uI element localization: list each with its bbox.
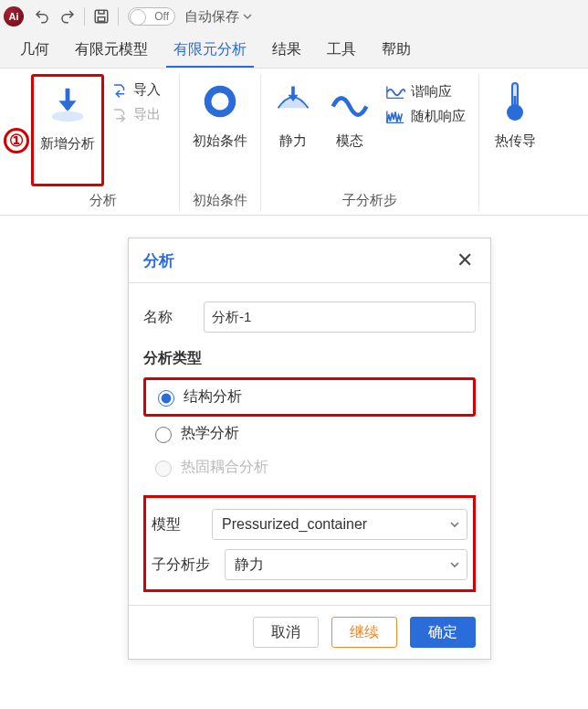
substep-label: 子分析步 (152, 556, 215, 575)
tab-results[interactable]: 结果 (259, 33, 314, 68)
radio-structural-label: 结构分析 (184, 387, 242, 407)
model-select-value: Pressurized_container (222, 516, 367, 533)
redo-button[interactable] (56, 5, 79, 28)
tab-help[interactable]: 帮助 (369, 33, 424, 68)
svg-rect-1 (98, 17, 105, 22)
svg-point-2 (52, 111, 84, 122)
autosave-toggle-text: Off (154, 10, 169, 23)
name-label: 名称 (143, 308, 194, 327)
export-button[interactable]: 导出 (106, 102, 172, 127)
radio-structural-input[interactable] (158, 390, 174, 407)
continue-button[interactable]: 继续 (331, 617, 397, 648)
initial-conditions-icon (198, 79, 242, 123)
tab-geometry[interactable]: 几何 (7, 33, 62, 68)
ribbon-group-analysis: 新增分析 导入 导出 分析 (4, 74, 180, 211)
save-button[interactable] (89, 5, 113, 28)
thermometer-icon (493, 79, 537, 123)
ribbon-group-substep: 静力 模态 谐响应 随机响应 子分 (261, 74, 479, 211)
continue-button-label: 继续 (350, 623, 379, 642)
substep-select-value: 静力 (235, 556, 264, 575)
random-icon (385, 109, 405, 125)
radio-thermal[interactable]: 热学分析 (143, 417, 476, 450)
ok-button-label: 确定 (428, 623, 457, 642)
svg-rect-6 (514, 96, 517, 109)
separator (118, 7, 119, 26)
ribbon-group-initial-conditions: 初始条件 初始条件 (180, 74, 261, 211)
harmonic-label: 谐响应 (411, 83, 452, 101)
chevron-down-icon (449, 559, 460, 570)
new-analysis-label: 新增分析 (40, 135, 95, 153)
static-label: 静力 (279, 132, 307, 150)
radio-thermal-struct: 热固耦合分析 (143, 450, 476, 484)
modal-label: 模态 (336, 132, 363, 150)
ribbon-group-analysis-label: 分析 (89, 186, 117, 211)
tab-fe-model[interactable]: 有限元模型 (62, 33, 161, 68)
new-analysis-icon (46, 82, 89, 126)
static-button[interactable]: 静力 (265, 74, 321, 186)
static-icon (271, 79, 315, 123)
random-label: 随机响应 (411, 108, 466, 125)
separator (84, 7, 85, 26)
import-button[interactable]: 导入 (106, 78, 172, 102)
menubar: 几何 有限元模型 有限元分析 结果 工具 帮助 (0, 31, 588, 68)
ok-button[interactable]: 确定 (410, 617, 476, 648)
tab-fe-analysis[interactable]: 有限元分析 (161, 33, 259, 68)
tab-label: 结果 (272, 41, 301, 57)
quick-access-toolbar: Ai Off 自动保存 (0, 0, 588, 31)
radio-thermal-input[interactable] (155, 427, 172, 443)
dialog-title: 分析 (143, 250, 174, 271)
tab-label: 工具 (327, 41, 356, 57)
export-label: 导出 (133, 106, 161, 123)
redo-icon (59, 8, 76, 25)
substep-select[interactable]: 静力 (225, 549, 467, 580)
annotation-marker-1: ① (4, 128, 29, 153)
dialog-close-button[interactable]: ✕ (454, 249, 476, 271)
model-label: 模型 (152, 515, 203, 534)
analysis-type-radio-group: 结构分析 热学分析 热固耦合分析 (143, 377, 476, 490)
new-analysis-button[interactable]: 新增分析 (31, 74, 104, 186)
radio-structural[interactable]: 结构分析 (143, 377, 476, 417)
radio-thermal-struct-label: 热固耦合分析 (181, 458, 268, 477)
cancel-button-label: 取消 (271, 623, 300, 642)
autosave-dropdown-caret[interactable] (243, 12, 254, 21)
svg-point-3 (208, 90, 233, 114)
modal-icon (328, 79, 372, 123)
cancel-button[interactable]: 取消 (253, 617, 319, 648)
radio-thermal-label: 热学分析 (181, 424, 239, 443)
tab-tools[interactable]: 工具 (314, 33, 369, 68)
heat-conduction-button[interactable]: 热传导 (483, 74, 547, 204)
dialog-footer: 取消 继续 确定 (129, 605, 490, 659)
tab-label: 有限元分析 (173, 41, 247, 57)
harmonic-icon (385, 84, 405, 101)
app-logo: Ai (4, 6, 24, 26)
modal-button[interactable]: 模态 (321, 74, 378, 186)
chevron-down-icon (243, 12, 252, 21)
analysis-dialog: 分析 ✕ 名称 分析类型 结构分析 热学分析 (128, 238, 491, 660)
autosave-label: 自动保存 (184, 8, 239, 26)
ribbon-group-initial-conditions-label: 初始条件 (193, 186, 247, 211)
chevron-down-icon (449, 519, 460, 530)
radio-thermal-struct-input (155, 460, 172, 477)
import-label: 导入 (133, 81, 161, 99)
ribbon-group-substep-label: 子分析步 (342, 186, 397, 211)
tab-label: 帮助 (382, 41, 411, 57)
save-icon (93, 8, 110, 25)
export-icon (111, 107, 128, 123)
heat-conduction-label: 热传导 (495, 132, 536, 150)
import-icon (111, 82, 128, 99)
dialog-titlebar: 分析 ✕ (129, 238, 490, 283)
analysis-type-label: 分析类型 (143, 349, 476, 368)
ribbon-group-thermal: 热传导 (479, 74, 551, 211)
harmonic-button[interactable]: 谐响应 (380, 79, 471, 104)
name-input[interactable] (204, 302, 476, 333)
initial-conditions-button[interactable]: 初始条件 (184, 74, 257, 186)
close-icon: ✕ (457, 249, 473, 272)
ribbon: 新增分析 导入 导出 分析 (0, 68, 588, 216)
undo-icon (34, 8, 50, 25)
autosave-toggle[interactable]: Off (128, 7, 175, 26)
tab-label: 几何 (20, 41, 49, 57)
tab-label: 有限元模型 (75, 41, 148, 57)
model-select[interactable]: Pressurized_container (212, 509, 467, 540)
random-response-button[interactable]: 随机响应 (380, 104, 471, 129)
undo-button[interactable] (30, 5, 54, 28)
